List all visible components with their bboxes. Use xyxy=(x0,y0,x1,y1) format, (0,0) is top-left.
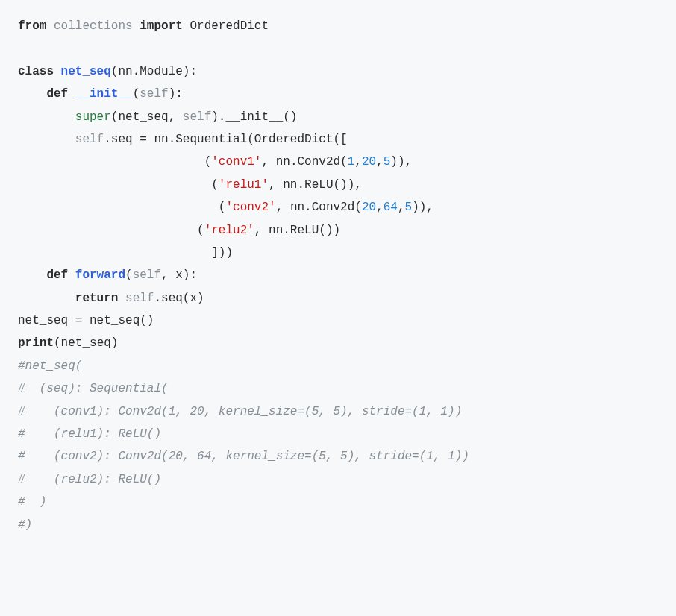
code-token: ).__init__() xyxy=(211,110,297,124)
code-token: ): xyxy=(169,87,183,101)
code-token: 5 xyxy=(384,155,391,169)
code-token: self xyxy=(133,268,161,282)
code-token: def xyxy=(46,87,75,101)
code-token: , xyxy=(398,201,405,214)
code-token: , nn.Conv2d( xyxy=(261,155,347,169)
code-token: self xyxy=(75,133,104,146)
code-token: ( xyxy=(18,155,211,169)
code-token: # (seq): Sequential( xyxy=(18,382,169,395)
code-token: ( xyxy=(133,87,140,101)
code-token: OrderedDict xyxy=(190,19,269,33)
code-token: #net_seq( xyxy=(18,359,82,373)
code-token: , x): xyxy=(161,268,197,282)
code-token: ( xyxy=(18,201,225,214)
code-line: # ) xyxy=(18,491,658,513)
code-token: self xyxy=(140,87,168,101)
code-token: net_seq = net_seq() xyxy=(18,314,154,327)
code-line: # (seq): Sequential( xyxy=(18,377,658,400)
code-token: ( xyxy=(18,178,219,192)
code-line: # (conv1): Conv2d(1, 20, kernel_size=(5,… xyxy=(18,400,658,423)
code-token: , nn.ReLU()) xyxy=(254,224,340,237)
code-line: from collections import OrderedDict xyxy=(18,15,658,37)
code-token: forward xyxy=(75,268,125,282)
code-token: (net_seq) xyxy=(54,336,118,350)
code-token: .seq(x) xyxy=(154,292,204,305)
code-token: import xyxy=(140,19,190,33)
code-line: #net_seq( xyxy=(18,355,658,377)
code-token: # (conv1): Conv2d(1, 20, kernel_size=(5,… xyxy=(18,405,462,418)
code-token: print xyxy=(18,336,54,350)
code-token: (nn.Module): xyxy=(111,65,197,78)
code-token: # (conv2): Conv2d(20, 64, kernel_size=(5… xyxy=(18,450,469,463)
code-line: # (conv2): Conv2d(20, 64, kernel_size=(5… xyxy=(18,445,658,468)
code-token: 'conv1' xyxy=(211,155,261,169)
code-token: , nn.Conv2d( xyxy=(276,201,362,214)
code-token: #) xyxy=(18,518,32,532)
code-token: ])) xyxy=(18,246,233,260)
code-token: )), xyxy=(390,155,412,169)
code-token: 64 xyxy=(384,201,398,214)
code-token: net_seq xyxy=(61,65,111,78)
code-token: , xyxy=(376,201,384,214)
code-token: (net_seq, xyxy=(111,110,183,124)
code-line: ('conv2', nn.Conv2d(20,64,5)), xyxy=(18,196,658,219)
code-token: super xyxy=(75,110,111,124)
code-token: 20 xyxy=(362,155,376,169)
code-line: ])) xyxy=(18,242,658,264)
code-line: print(net_seq) xyxy=(18,332,658,354)
code-token: self xyxy=(125,292,154,305)
code-token: , xyxy=(376,155,384,169)
code-token: 'relu2' xyxy=(204,224,254,237)
code-line: # (relu2): ReLU() xyxy=(18,468,658,491)
code-token: collections xyxy=(54,19,140,33)
code-line: self.seq = nn.Sequential(OrderedDict([ xyxy=(18,128,658,151)
code-token xyxy=(18,268,46,282)
code-line: return self.seq(x) xyxy=(18,287,658,309)
code-line: ('conv1', nn.Conv2d(1,20,5)), xyxy=(18,151,658,173)
code-token xyxy=(18,292,75,305)
code-token: def xyxy=(46,268,75,282)
code-token: , xyxy=(354,155,362,169)
code-token: 20 xyxy=(362,201,376,214)
code-line: # (relu1): ReLU() xyxy=(18,423,658,445)
code-token: )), xyxy=(412,201,434,214)
code-line: #) xyxy=(18,514,658,536)
code-token: from xyxy=(18,19,54,33)
code-token xyxy=(18,110,75,124)
code-token: 1 xyxy=(348,155,355,169)
code-line: ('relu2', nn.ReLU()) xyxy=(18,219,658,242)
code-token xyxy=(18,87,46,101)
code-block: from collections import OrderedDict clas… xyxy=(0,0,676,616)
code-token xyxy=(18,133,75,146)
code-line: super(net_seq, self).__init__() xyxy=(18,106,658,128)
code-token: 'relu1' xyxy=(219,178,269,192)
code-token: 5 xyxy=(405,201,413,214)
code-token: # (relu1): ReLU() xyxy=(18,427,161,441)
code-line: class net_seq(nn.Module): xyxy=(18,60,658,83)
code-token: ( xyxy=(18,224,204,237)
code-token: 'conv2' xyxy=(225,201,275,214)
code-token: , nn.ReLU()), xyxy=(269,178,362,192)
code-line xyxy=(18,37,658,60)
code-token: # (relu2): ReLU() xyxy=(18,473,161,486)
code-token: __init__ xyxy=(75,87,133,101)
code-line: def forward(self, x): xyxy=(18,264,658,286)
code-line: def __init__(self): xyxy=(18,83,658,105)
code-token: .seq = nn.Sequential(OrderedDict([ xyxy=(104,133,347,146)
code-token: # ) xyxy=(18,495,46,509)
code-line: net_seq = net_seq() xyxy=(18,309,658,332)
code-token: self xyxy=(183,110,211,124)
code-token: return xyxy=(75,292,125,305)
code-token: ( xyxy=(125,268,133,282)
code-token: class xyxy=(18,65,61,78)
code-line: ('relu1', nn.ReLU()), xyxy=(18,174,658,196)
